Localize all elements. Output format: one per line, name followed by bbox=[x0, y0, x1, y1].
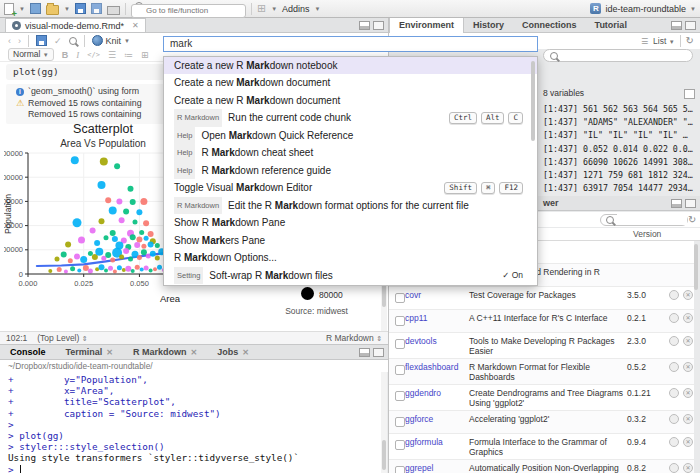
maximize-pane-icon[interactable] bbox=[685, 199, 696, 208]
package-website-icon[interactable] bbox=[669, 313, 679, 323]
console-working-directory[interactable]: ~/Dropbox/rstudio/ide-team-roundtable/ bbox=[0, 360, 388, 372]
new-file-icon[interactable] bbox=[4, 3, 14, 15]
tab-history[interactable]: History bbox=[464, 18, 513, 32]
minimize-pane-icon[interactable] bbox=[671, 21, 682, 30]
package-checkbox[interactable] bbox=[389, 312, 405, 330]
spellcheck-icon[interactable]: ✓ bbox=[54, 36, 62, 46]
package-remove-icon[interactable]: ✕ bbox=[683, 388, 693, 398]
italic-icon[interactable]: I bbox=[76, 50, 79, 60]
package-checkbox[interactable] bbox=[389, 335, 405, 353]
minimize-pane-icon[interactable] bbox=[671, 199, 682, 208]
palette-item-4[interactable]: HelpOpen Markdown Quick Reference bbox=[164, 127, 537, 145]
package-remove-icon[interactable]: ✕ bbox=[683, 313, 693, 323]
palette-item-6[interactable]: HelpR Markdown reference guide bbox=[164, 162, 537, 180]
close-icon[interactable]: ✕ bbox=[242, 348, 249, 357]
palette-item-5[interactable]: HelpR Markdown cheat sheet bbox=[164, 144, 537, 162]
close-icon[interactable]: ✕ bbox=[132, 21, 139, 30]
open-file-icon[interactable] bbox=[46, 5, 59, 15]
package-remove-icon[interactable]: ✕ bbox=[683, 463, 693, 473]
setting-toggle[interactable]: ✓ On bbox=[502, 267, 523, 285]
bullet-list-icon[interactable]: ☰ bbox=[108, 50, 116, 60]
save-icon[interactable] bbox=[75, 3, 86, 14]
find-icon[interactable] bbox=[69, 37, 77, 45]
close-icon[interactable]: ✕ bbox=[191, 348, 198, 357]
bold-icon[interactable]: B bbox=[62, 50, 69, 60]
package-checkbox[interactable] bbox=[389, 413, 405, 431]
palette-item-1[interactable]: Create a new Markdown document bbox=[164, 74, 537, 92]
minimize-pane-icon[interactable] bbox=[359, 348, 370, 357]
code-icon[interactable]: </> bbox=[87, 51, 100, 59]
palette-scrollbar-thumb[interactable] bbox=[531, 61, 535, 141]
tab-jobs[interactable]: Jobs✕ bbox=[207, 345, 259, 359]
package-checkbox[interactable] bbox=[389, 462, 405, 473]
package-checkbox[interactable] bbox=[389, 436, 405, 454]
console-output[interactable]: + y="Population",+ x="Area",+ title="Sca… bbox=[0, 372, 381, 473]
package-name-link[interactable]: ggforce bbox=[405, 413, 469, 424]
refresh-icon[interactable]: ↻ bbox=[688, 215, 700, 225]
new-project-icon[interactable] bbox=[30, 3, 41, 14]
maximize-pane-icon[interactable] bbox=[373, 348, 384, 357]
close-icon[interactable]: ✕ bbox=[106, 348, 113, 357]
package-website-icon[interactable] bbox=[669, 362, 679, 372]
palette-item-7[interactable]: Toggle Visual Markdown EditorShift⌘F12 bbox=[164, 179, 537, 197]
addins-menu[interactable]: Addins bbox=[282, 4, 310, 14]
forward-icon[interactable]: › bbox=[18, 36, 21, 46]
package-remove-icon[interactable]: ✕ bbox=[683, 362, 693, 372]
packages-scrollbar-thumb[interactable] bbox=[694, 244, 698, 290]
package-website-icon[interactable] bbox=[669, 463, 679, 473]
palette-item-0[interactable]: Create a new R Markdown notebook bbox=[164, 57, 537, 75]
palette-item-2[interactable]: Create a new R Markdown document bbox=[164, 92, 537, 110]
package-name-link[interactable]: ggdendro bbox=[405, 387, 469, 398]
back-icon[interactable]: ‹ bbox=[8, 36, 11, 46]
save-icon[interactable] bbox=[36, 35, 47, 46]
editor-tab-visual-mode-demo[interactable]: visual-mode-demo.Rmd* ✕ bbox=[5, 18, 146, 32]
package-remove-icon[interactable]: ✕ bbox=[683, 437, 693, 447]
package-name-link[interactable]: ggrepel bbox=[405, 462, 469, 473]
save-all-icon[interactable] bbox=[91, 3, 102, 14]
package-name-link[interactable]: cpp11 bbox=[405, 312, 469, 323]
package-checkbox[interactable] bbox=[389, 289, 405, 307]
insert-table-icon[interactable]: ⊞ bbox=[141, 50, 149, 60]
package-website-icon[interactable] bbox=[669, 414, 679, 424]
pane-layout-grid-icon[interactable]: ⊞ bbox=[257, 2, 266, 15]
palette-item-3[interactable]: R MarkdownRun the current code chunkCtrl… bbox=[164, 109, 537, 127]
package-website-icon[interactable] bbox=[669, 437, 679, 447]
tab-r-markdown[interactable]: R Markdown✕ bbox=[123, 345, 207, 359]
package-remove-icon[interactable]: ✕ bbox=[683, 290, 693, 300]
package-website-icon[interactable] bbox=[669, 290, 679, 300]
pane-layout-dropdown-icon[interactable]: ▼ bbox=[271, 6, 277, 12]
knit-button[interactable]: Knit ▼ bbox=[92, 35, 130, 46]
package-checkbox[interactable] bbox=[389, 361, 405, 379]
new-file-dropdown-icon[interactable]: ▼ bbox=[19, 6, 25, 12]
packages-search-input[interactable] bbox=[617, 214, 687, 225]
console-scrollbar-thumb[interactable] bbox=[382, 440, 386, 470]
refresh-icon[interactable]: ↻ bbox=[686, 36, 694, 46]
tab-tutorial[interactable]: Tutorial bbox=[586, 18, 636, 32]
goto-file-input[interactable] bbox=[131, 4, 246, 18]
package-checkbox[interactable] bbox=[389, 387, 405, 405]
palette-item-10[interactable]: Show Markers Pane bbox=[164, 232, 537, 250]
command-palette-input[interactable] bbox=[163, 36, 538, 52]
tab-environment[interactable]: Environment bbox=[389, 18, 464, 33]
tab-console[interactable]: Console bbox=[0, 345, 56, 359]
addins-dropdown-icon[interactable]: ▼ bbox=[315, 6, 321, 12]
palette-item-12[interactable]: SettingSoft-wrap R Markdown files✓ On bbox=[164, 267, 537, 285]
packages-scrollbar[interactable] bbox=[694, 241, 699, 473]
tab-terminal[interactable]: Terminal✕ bbox=[56, 345, 124, 359]
filetype-selector[interactable]: R Markdown ⇕ bbox=[326, 333, 382, 343]
console-scrollbar[interactable] bbox=[381, 372, 387, 473]
package-name-link[interactable]: flexdashboard bbox=[405, 361, 469, 372]
data-grid-icon[interactable] bbox=[684, 89, 695, 99]
tab-connections[interactable]: Connections bbox=[513, 18, 586, 32]
package-name-link[interactable]: devtools bbox=[405, 335, 469, 346]
numbered-list-icon[interactable]: ≔ bbox=[124, 50, 133, 60]
open-dropdown-icon[interactable]: ▼ bbox=[64, 6, 70, 12]
palette-item-9[interactable]: Show R Markdown Pane bbox=[164, 214, 537, 232]
package-website-icon[interactable] bbox=[669, 336, 679, 346]
format-dropdown[interactable]: Normal ▼ bbox=[8, 48, 54, 61]
list-dropdown[interactable]: List ▼ bbox=[653, 36, 675, 46]
palette-item-8[interactable]: R MarkdownEdit the R Markdown format opt… bbox=[164, 197, 537, 215]
maximize-pane-icon[interactable] bbox=[685, 21, 696, 30]
package-website-icon[interactable] bbox=[669, 388, 679, 398]
package-name-link[interactable]: covr bbox=[405, 289, 469, 300]
